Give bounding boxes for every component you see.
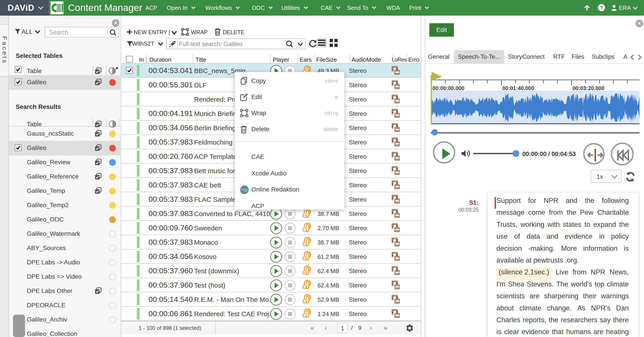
svg-text:?: ? [600, 5, 603, 10]
